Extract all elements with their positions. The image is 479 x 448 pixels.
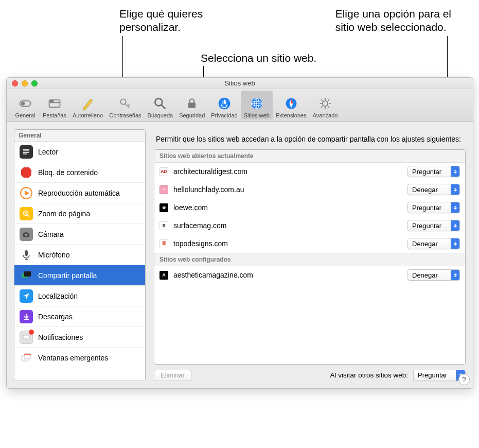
website-policy-select[interactable]: Preguntar	[407, 220, 460, 231]
sidebar-item-label: Micrófono	[38, 251, 69, 259]
sidebar-item-content-blockers[interactable]: Bloq. de contenido	[14, 162, 145, 183]
website-policy-select[interactable]: Denegar	[407, 238, 460, 249]
sidebar-item-location[interactable]: Localización	[14, 286, 145, 306]
download-icon	[20, 310, 33, 323]
microphone-icon	[20, 248, 33, 262]
stop-icon	[20, 166, 33, 179]
sidebar-item-label: Cámara	[38, 230, 64, 238]
sidebar-item-microphone[interactable]: Micrófono	[14, 245, 145, 265]
website-policy-select[interactable]: Preguntar	[407, 202, 460, 213]
toolbar-item-privacy[interactable]: Privacidad	[208, 91, 240, 119]
website-row[interactable]: ≣topodesigns.comDenegar	[154, 235, 465, 253]
favicon: S	[159, 221, 168, 230]
hand-icon	[217, 96, 232, 111]
chevron-updown-icon	[451, 184, 459, 195]
website-policy-select[interactable]: Denegar	[407, 184, 460, 195]
website-domain: architecturaldigest.com	[173, 167, 402, 176]
svg-point-18	[25, 233, 28, 236]
default-policy-label: Al visitar otros sitios web:	[330, 371, 408, 379]
preferences-toolbar: General Pestañas Autorrelleno Contraseña…	[7, 89, 473, 122]
svg-rect-6	[188, 102, 196, 108]
traffic-lights	[7, 80, 38, 87]
website-domain: aestheticamagazine.com	[173, 271, 402, 279]
websites-table: Sitios web abiertos actualmente ADarchit…	[154, 149, 466, 365]
toolbar-item-tabs[interactable]: Pestañas	[40, 91, 69, 119]
toolbar-item-advanced[interactable]: Avanzado	[310, 91, 341, 119]
help-button[interactable]: ?	[458, 374, 470, 385]
favicon: ≣	[159, 239, 168, 248]
compass-icon	[283, 96, 299, 111]
favicon: •	[159, 185, 168, 194]
svg-rect-22	[24, 271, 31, 277]
sidebar-item-label: Notificaciones	[38, 333, 83, 341]
sidebar-item-autoplay[interactable]: Reproducción automática	[14, 183, 145, 203]
tabs-icon	[47, 96, 62, 111]
toolbar-item-websites[interactable]: Sitios web	[241, 91, 273, 119]
callout-select-site: Selecciona un sitio web.	[201, 51, 316, 65]
sidebar-item-camera[interactable]: Cámara	[14, 224, 145, 245]
key-icon	[117, 96, 133, 111]
favicon: AD	[159, 167, 168, 176]
website-policy-select[interactable]: Denegar	[407, 269, 460, 281]
windows-icon	[20, 351, 33, 365]
sidebar-item-label: Reproducción automática	[38, 189, 120, 197]
toolbar-item-extensions[interactable]: Extensiones	[273, 91, 310, 119]
sidebar-item-downloads[interactable]: Descargas	[14, 306, 145, 327]
minimize-window-button[interactable]	[22, 80, 28, 87]
chevron-updown-icon	[451, 238, 459, 249]
delete-button[interactable]: Eliminar	[154, 370, 191, 381]
sidebar-list: Lector Bloq. de contenido Reproducción a…	[14, 142, 145, 381]
switch-icon	[17, 96, 33, 111]
gear-icon	[317, 96, 333, 111]
website-row[interactable]: Aaestheticamagazine.comDenegar	[154, 266, 465, 284]
section-header-open: Sitios web abiertos actualmente	[154, 150, 465, 163]
sidebar-item-label: Ventanas emergentes	[38, 354, 108, 362]
svg-marker-15	[25, 191, 29, 196]
camera-icon	[20, 228, 33, 241]
website-policy-select[interactable]: Preguntar	[407, 166, 460, 177]
location-icon	[20, 289, 33, 303]
sidebar-item-popups[interactable]: Ventanas emergentes	[14, 348, 145, 368]
sidebar-item-label: Localización	[38, 292, 78, 300]
website-row[interactable]: Ssurfacemag.comPreguntar	[154, 217, 465, 235]
website-row[interactable]: ADarchitecturaldigest.comPreguntar	[154, 163, 465, 181]
default-policy-select[interactable]: Preguntar	[413, 370, 466, 381]
sidebar-item-reader[interactable]: Lector	[14, 142, 145, 162]
callout-option: Elige una opción para el sitio web selec…	[335, 7, 451, 35]
window-body: General Lector Bloq. de contenido	[7, 122, 473, 388]
main-panel: Permitir que los sitios web accedan a la…	[154, 129, 466, 381]
sidebar-item-screen-sharing[interactable]: Compartir pantalla	[14, 265, 145, 286]
toolbar-item-autofill[interactable]: Autorrelleno	[69, 91, 106, 119]
website-domain: surfacemag.com	[173, 221, 402, 230]
sidebar-item-notifications[interactable]: Notificaciones	[14, 327, 145, 348]
website-row[interactable]: ※loewe.comPreguntar	[154, 199, 465, 217]
svg-point-12	[323, 101, 328, 107]
toolbar-item-search[interactable]: Búsqueda	[145, 91, 176, 119]
play-icon	[20, 186, 33, 200]
toolbar-item-general[interactable]: General	[11, 91, 40, 119]
svg-rect-20	[25, 250, 28, 256]
website-row[interactable]: •hellolunchlady.com.auDenegar	[154, 181, 465, 199]
close-window-button[interactable]	[12, 80, 18, 87]
annotation-callouts: Elige qué quieres personalizar. Elige un…	[0, 0, 479, 73]
screens-icon	[20, 269, 33, 282]
toolbar-item-security[interactable]: Seguridad	[176, 91, 208, 119]
zoom-icon	[20, 207, 33, 220]
sidebar-item-label: Compartir pantalla	[38, 271, 97, 280]
chevron-updown-icon	[451, 202, 459, 213]
notification-badge	[29, 330, 34, 335]
window-titlebar[interactable]: Sitios web	[7, 78, 473, 89]
sidebar-item-label: Lector	[38, 148, 58, 156]
svg-rect-26	[24, 354, 31, 355]
sidebar-item-page-zoom[interactable]: Zoom de página	[14, 203, 145, 224]
website-domain: hellolunchlady.com.au	[173, 185, 402, 194]
toolbar-item-passwords[interactable]: Contraseñas	[106, 91, 144, 119]
chevron-updown-icon	[451, 166, 459, 177]
window-title: Sitios web	[7, 79, 473, 87]
globe-icon	[249, 96, 264, 111]
search-icon	[152, 96, 168, 111]
lock-icon	[184, 96, 200, 111]
chevron-updown-icon	[451, 270, 459, 280]
svg-rect-19	[25, 232, 27, 233]
zoom-window-button[interactable]	[31, 80, 38, 87]
